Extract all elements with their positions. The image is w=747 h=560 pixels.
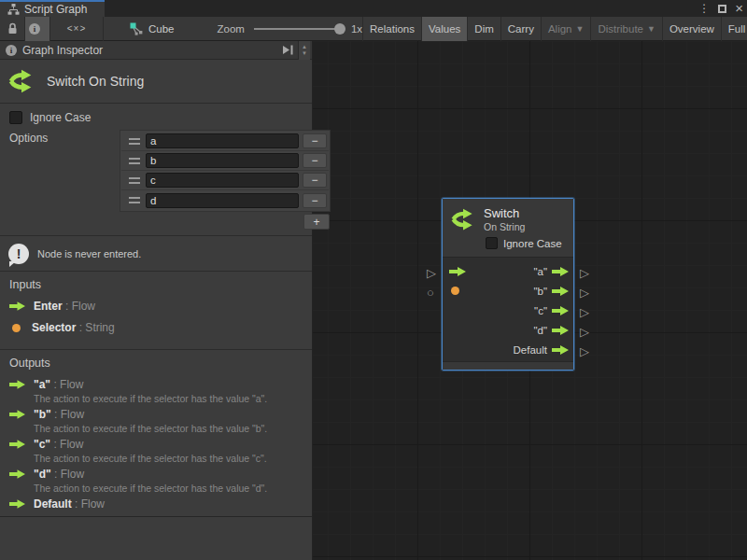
- options-label: Options: [9, 130, 120, 145]
- panel-scrollbar[interactable]: ▲ ▼: [298, 41, 310, 60]
- input-row-selector: Selector : String: [9, 321, 303, 334]
- out-a-connector-triangle[interactable]: ▷: [580, 267, 589, 279]
- flow-out-arrow-icon[interactable]: [552, 287, 569, 296]
- chevron-down-icon: ▼: [647, 24, 655, 34]
- drag-handle-icon[interactable]: [129, 138, 140, 145]
- drag-handle-icon[interactable]: [129, 177, 140, 184]
- toolbar-left-group: i <×>: [0, 17, 104, 41]
- node-title: Switch: [484, 206, 525, 220]
- flow-arrow-icon: [9, 380, 25, 389]
- flow-arrow-icon: [9, 499, 25, 509]
- out-c-connector-triangle[interactable]: ▷: [580, 306, 589, 318]
- add-option-button[interactable]: +: [303, 214, 330, 230]
- port-row-a: "a": [443, 261, 573, 281]
- out-default-connector-triangle[interactable]: ▷: [580, 345, 589, 357]
- node-header[interactable]: Switch On String Ignore Case: [443, 199, 573, 258]
- port-label-default: Default: [514, 344, 547, 356]
- drag-handle-icon[interactable]: [129, 158, 140, 164]
- values-button[interactable]: Values: [421, 17, 467, 41]
- ignore-case-checkbox[interactable]: [9, 111, 22, 124]
- flow-out-arrow-icon[interactable]: [552, 326, 569, 335]
- value-port-dot: [12, 324, 21, 332]
- unit-title-section: Switch On String: [0, 60, 312, 104]
- remove-option-button[interactable]: −: [303, 153, 327, 168]
- scroll-up-icon[interactable]: ▲: [302, 44, 307, 49]
- carry-button[interactable]: Carry: [500, 17, 541, 41]
- zoom-label: Zoom: [218, 23, 245, 35]
- output-block-b: "b" : Flow The action to execute if the …: [9, 408, 303, 434]
- zoom-slider-handle[interactable]: [334, 23, 345, 35]
- port-label-a: "a": [533, 266, 547, 277]
- selector-port-dot[interactable]: [451, 287, 459, 295]
- code-preview-button[interactable]: <×>: [50, 17, 103, 41]
- remove-option-button[interactable]: −: [303, 173, 327, 188]
- drag-handle-icon[interactable]: [129, 197, 140, 203]
- inspector-toggle-button[interactable]: i: [25, 17, 49, 41]
- dock-right-icon: [282, 45, 294, 55]
- inputs-section: Inputs Enter : Flow Selector : String: [0, 272, 312, 350]
- unit-title: Switch On String: [47, 74, 144, 89]
- flow-out-arrow-icon[interactable]: [552, 306, 569, 315]
- switch-icon: [450, 206, 476, 232]
- switch-on-string-node[interactable]: ▷ ○ ▷ ▷ ▷ ▷ ▷ Switch On String: [442, 198, 574, 371]
- input-name: Enter: [34, 300, 63, 313]
- output-name: "b": [34, 408, 51, 421]
- relations-button[interactable]: Relations: [362, 17, 421, 41]
- output-type: : Flow: [54, 468, 84, 481]
- option-input-0[interactable]: [146, 133, 299, 148]
- selector-connector-circle[interactable]: ○: [427, 287, 434, 299]
- graph-canvas[interactable]: ▷ ○ ▷ ▷ ▷ ▷ ▷ Switch On String: [313, 41, 747, 560]
- maximize-icon[interactable]: [718, 5, 726, 13]
- window-controls: ⋮ ×: [698, 2, 743, 15]
- port-label-b: "b": [533, 286, 547, 297]
- remove-option-button[interactable]: −: [303, 193, 327, 208]
- flow-arrow-icon: [9, 469, 25, 479]
- options-list: − − −: [120, 130, 331, 212]
- tab-label: Script Graph: [24, 3, 87, 16]
- option-input-3[interactable]: [146, 193, 299, 208]
- port-row-default: Default: [443, 340, 573, 359]
- graph-target[interactable]: Cube: [130, 22, 175, 35]
- node-subtitle: On String: [484, 221, 525, 232]
- output-name: "c": [34, 438, 50, 451]
- remove-option-button[interactable]: −: [303, 133, 327, 148]
- overview-button[interactable]: Overview: [662, 17, 721, 41]
- node-ignore-case-checkbox[interactable]: [486, 237, 498, 249]
- node-ports: "a" "b" "c": [443, 258, 573, 361]
- flow-out-arrow-icon[interactable]: [552, 267, 569, 276]
- input-type: : Flow: [65, 300, 95, 313]
- flow-in-arrow-icon[interactable]: [449, 267, 466, 276]
- properties-section: Ignore Case Options − −: [0, 104, 312, 236]
- flow-out-arrow-icon[interactable]: [552, 345, 569, 355]
- tab-bar: Script Graph ⋮ ×: [0, 0, 747, 17]
- code-icon: <×>: [67, 23, 87, 34]
- script-graph-icon: [7, 4, 20, 15]
- zoom-slider[interactable]: [254, 28, 340, 30]
- dock-panel-button[interactable]: [282, 45, 294, 55]
- close-icon[interactable]: ×: [735, 2, 743, 15]
- out-d-connector-triangle[interactable]: ▷: [580, 326, 589, 338]
- graph-toolbar: i <×> Cube Zoom 1x Relations Va: [0, 17, 747, 41]
- output-description: The action to execute if the selector ha…: [34, 483, 303, 494]
- window-menu-icon[interactable]: ⋮: [698, 2, 710, 15]
- option-row: −: [121, 171, 329, 190]
- output-name: "d": [34, 468, 51, 481]
- output-type: : Flow: [54, 408, 84, 421]
- info-icon: i: [29, 23, 40, 35]
- align-dropdown[interactable]: Align▼: [541, 17, 591, 41]
- distribute-dropdown[interactable]: Distribute▼: [590, 17, 662, 41]
- port-row-c: "c": [443, 301, 573, 320]
- out-b-connector-triangle[interactable]: ▷: [580, 287, 589, 299]
- output-name: Default: [34, 497, 72, 511]
- full-screen-button[interactable]: Full Screen: [721, 17, 747, 41]
- enter-connector-triangle[interactable]: ▷: [427, 267, 436, 279]
- info-icon: i: [6, 45, 17, 56]
- dim-button[interactable]: Dim: [467, 17, 500, 41]
- graph-inspector-panel: i Graph Inspector ▲ ▼ Switch On String: [0, 41, 313, 560]
- lock-button[interactable]: [0, 17, 24, 41]
- tab-script-graph[interactable]: Script Graph: [0, 0, 105, 17]
- option-input-1[interactable]: [146, 153, 299, 168]
- output-type: : Flow: [75, 497, 105, 511]
- option-input-2[interactable]: [146, 173, 299, 188]
- scroll-down-icon[interactable]: ▼: [302, 50, 307, 56]
